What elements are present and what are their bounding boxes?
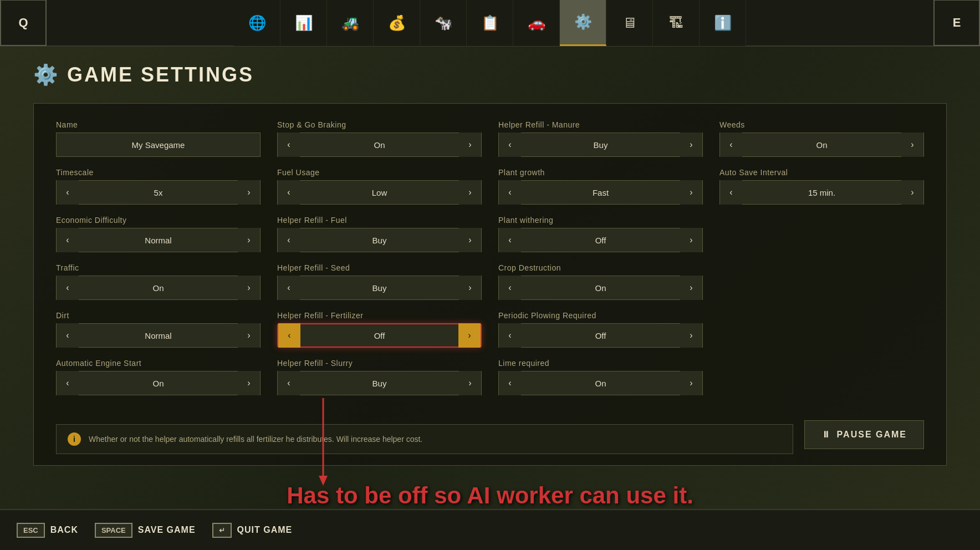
crop-destruction-prev[interactable]: ‹ xyxy=(499,276,521,300)
refill-fertilizer-next[interactable]: › xyxy=(458,323,481,348)
setting-weeds-label: Weeds xyxy=(719,120,924,129)
setting-fuel-usage: Fuel Usage ‹ Low › xyxy=(277,168,482,205)
setting-dirt-control: ‹ Normal › xyxy=(56,323,261,348)
setting-lime-required-control: ‹ On › xyxy=(498,371,703,395)
refill-manure-prev[interactable]: ‹ xyxy=(499,133,521,157)
plant-growth-next[interactable]: › xyxy=(680,180,702,205)
setting-plant-withering: Plant withering ‹ Off › xyxy=(498,216,703,252)
setting-fuel-usage-control: ‹ Low › xyxy=(277,180,482,205)
crop-destruction-next[interactable]: › xyxy=(680,276,702,300)
setting-refill-seed: Helper Refill - Seed ‹ Buy › xyxy=(277,263,482,300)
setting-refill-slurry: Helper Refill - Slurry ‹ Buy › xyxy=(277,359,482,395)
setting-weeds: Weeds ‹ On › xyxy=(719,120,924,157)
refill-manure-next[interactable]: › xyxy=(680,133,702,157)
fuel-usage-prev[interactable]: ‹ xyxy=(278,180,300,205)
lime-required-next[interactable]: › xyxy=(680,371,702,395)
plant-withering-next[interactable]: › xyxy=(680,228,702,252)
dirt-next[interactable]: › xyxy=(238,323,260,348)
periodic-plowing-prev[interactable]: ‹ xyxy=(499,323,521,348)
info-text: Whether or not the helper automatically … xyxy=(89,435,422,444)
setting-refill-seed-control: ‹ Buy › xyxy=(277,276,482,300)
setting-refill-fuel-control: ‹ Buy › xyxy=(277,228,482,252)
setting-dirt-label: Dirt xyxy=(56,311,261,320)
refill-fuel-next[interactable]: › xyxy=(459,228,481,252)
econ-next[interactable]: › xyxy=(238,228,260,252)
setting-econ-difficulty: Economic Difficulty ‹ Normal › xyxy=(56,216,261,252)
settings-col4: Weeds ‹ On › Auto Save Interval ‹ 15 min… xyxy=(719,120,924,406)
setting-crop-destruction-control: ‹ On › xyxy=(498,276,703,300)
timescale-prev[interactable]: ‹ xyxy=(57,180,79,205)
esc-key-badge: ESC xyxy=(17,523,45,538)
setting-periodic-plowing: Periodic Plowing Required ‹ Off › xyxy=(498,311,703,348)
quit-game-button[interactable]: ↵ QUIT GAME xyxy=(212,523,293,538)
setting-periodic-plowing-control: ‹ Off › xyxy=(498,323,703,348)
nav-settings[interactable]: ⚙️ xyxy=(560,0,606,46)
setting-stop-go-label: Stop & Go Braking xyxy=(277,120,482,129)
plant-withering-prev[interactable]: ‹ xyxy=(499,228,521,252)
nav-animal[interactable]: 🐄 xyxy=(420,0,467,46)
setting-engine-control: ‹ On › xyxy=(56,371,261,395)
periodic-plowing-next[interactable]: › xyxy=(680,323,702,348)
info-and-pause-row: i Whether or not the helper automaticall… xyxy=(56,415,924,454)
nav-tractor[interactable]: 🚜 xyxy=(327,0,374,46)
setting-plant-withering-label: Plant withering xyxy=(498,216,703,225)
fuel-usage-next[interactable]: › xyxy=(459,180,481,205)
e-button[interactable]: E xyxy=(933,0,980,46)
setting-refill-fertilizer-label: Helper Refill - Fertilizer xyxy=(277,311,482,320)
setting-refill-slurry-label: Helper Refill - Slurry xyxy=(277,359,482,368)
setting-plant-growth-label: Plant growth xyxy=(498,168,703,177)
nav-vehicle[interactable]: 🚗 xyxy=(513,0,560,46)
nav-money[interactable]: 💰 xyxy=(374,0,420,46)
top-navigation: Q 🌐 📊 🚜 💰 🐄 📋 🚗 ⚙️ 🖥 🏗 ℹ️ E xyxy=(0,0,980,47)
main-content: ⚙️ GAME SETTINGS Name My Savegame Timesc… xyxy=(0,47,980,550)
weeds-prev[interactable]: ‹ xyxy=(720,133,742,157)
engine-prev[interactable]: ‹ xyxy=(57,371,79,395)
nav-monitor[interactable]: 🖥 xyxy=(606,0,653,46)
settings-col1: Name My Savegame Timescale ‹ 5x › xyxy=(56,120,261,406)
settings-panel: Name My Savegame Timescale ‹ 5x › xyxy=(33,103,947,466)
refill-slurry-prev[interactable]: ‹ xyxy=(278,371,300,395)
setting-stop-go: Stop & Go Braking ‹ On › xyxy=(277,120,482,157)
nav-build[interactable]: 🏗 xyxy=(653,0,700,46)
back-label: BACK xyxy=(50,525,78,535)
setting-timescale-label: Timescale xyxy=(56,168,261,177)
nav-contracts[interactable]: 📋 xyxy=(467,0,513,46)
refill-fertilizer-prev[interactable]: ‹ xyxy=(278,323,300,348)
timescale-next[interactable]: › xyxy=(238,180,260,205)
stop-go-prev[interactable]: ‹ xyxy=(278,133,300,157)
q-button[interactable]: Q xyxy=(0,0,47,46)
save-game-button[interactable]: SPACE SAVE GAME xyxy=(95,523,196,538)
autosave-next[interactable]: › xyxy=(901,180,923,205)
pause-game-button[interactable]: ⏸ PAUSE GAME xyxy=(804,420,924,449)
dirt-prev[interactable]: ‹ xyxy=(57,323,79,348)
stop-go-next[interactable]: › xyxy=(459,133,481,157)
nav-info[interactable]: ℹ️ xyxy=(700,0,746,46)
settings-page-icon: ⚙️ xyxy=(33,63,58,86)
nav-globe[interactable]: 🌐 xyxy=(234,0,280,46)
setting-econ-control: ‹ Normal › xyxy=(56,228,261,252)
traffic-next[interactable]: › xyxy=(238,276,260,300)
traffic-prev[interactable]: ‹ xyxy=(57,276,79,300)
setting-autosave-control: ‹ 15 min. › xyxy=(719,180,924,205)
engine-next[interactable]: › xyxy=(238,371,260,395)
back-button[interactable]: ESC BACK xyxy=(17,523,78,538)
bottom-bar: ESC BACK SPACE SAVE GAME ↵ QUIT GAME xyxy=(0,509,980,550)
setting-name-control[interactable]: My Savegame xyxy=(56,133,261,157)
refill-seed-prev[interactable]: ‹ xyxy=(278,276,300,300)
econ-prev[interactable]: ‹ xyxy=(57,228,79,252)
setting-plant-growth: Plant growth ‹ Fast › xyxy=(498,168,703,205)
plant-growth-prev[interactable]: ‹ xyxy=(499,180,521,205)
nav-stats[interactable]: 📊 xyxy=(280,0,327,46)
lime-required-prev[interactable]: ‹ xyxy=(499,371,521,395)
setting-refill-fertilizer: Helper Refill - Fertilizer ‹ Off › xyxy=(277,311,482,348)
pause-icon: ⏸ xyxy=(821,430,831,440)
save-game-label: SAVE GAME xyxy=(138,525,196,535)
autosave-prev[interactable]: ‹ xyxy=(720,180,742,205)
refill-fuel-prev[interactable]: ‹ xyxy=(278,228,300,252)
weeds-next[interactable]: › xyxy=(901,133,923,157)
setting-engine-label: Automatic Engine Start xyxy=(56,359,261,368)
settings-col2: Stop & Go Braking ‹ On › Fuel Usage ‹ Lo… xyxy=(277,120,482,406)
refill-slurry-next[interactable]: › xyxy=(459,371,481,395)
setting-refill-manure: Helper Refill - Manure ‹ Buy › xyxy=(498,120,703,157)
refill-seed-next[interactable]: › xyxy=(459,276,481,300)
